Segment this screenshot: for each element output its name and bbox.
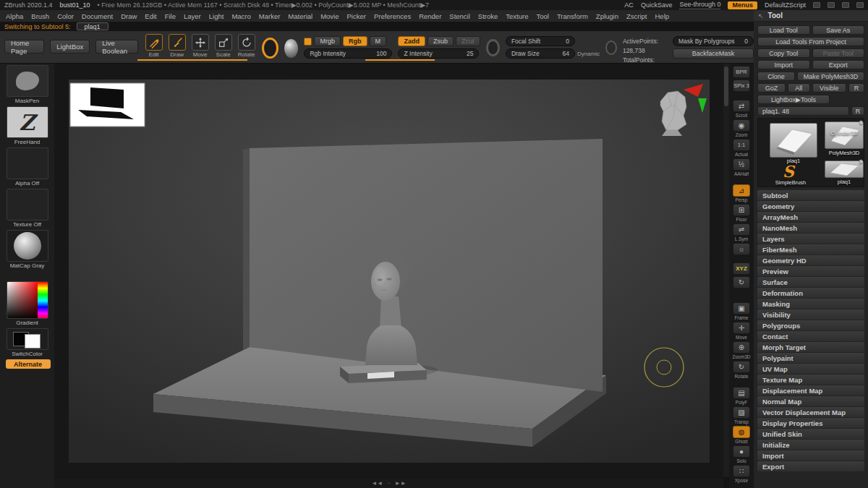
make-polymesh3d-button[interactable]: Make PolyMesh3D [797, 72, 864, 81]
rotate-mode-button[interactable]: Rotate [237, 34, 256, 58]
lsym-button[interactable]: ⇌L.Sym [733, 223, 750, 241]
move-3d-button[interactable]: ✛Move [733, 322, 750, 340]
save-as-button[interactable]: Save As [812, 25, 865, 35]
tool-section-polypaint[interactable]: Polypaint [757, 353, 864, 363]
actual-button[interactable]: 1:1Actual [733, 139, 750, 157]
tool-section-nanomesh[interactable]: NanoMesh [757, 223, 864, 233]
import-button[interactable]: Import [757, 60, 810, 69]
stroke-selector[interactable]: Z FreeHand [6, 106, 49, 145]
spix-slider[interactable]: SPix 3 [733, 80, 750, 92]
zadd-button[interactable]: Zadd [398, 36, 425, 46]
gradient-hue-strip[interactable] [38, 282, 48, 319]
tool-name-field[interactable]: plaq1. 48 [757, 106, 849, 116]
zoom-button[interactable]: ◉Zoom [733, 119, 750, 137]
goz-all-button[interactable]: All [788, 83, 809, 93]
mask-by-polygroups-slider[interactable]: Mask By Polygroups 0 [673, 36, 754, 46]
z-intensity-slider[interactable]: Z Intensity 25 [398, 48, 479, 59]
tool-section-arraymesh[interactable]: ArrayMesh [757, 212, 864, 222]
ac-button[interactable]: AC [624, 1, 634, 9]
menu-macro[interactable]: Macro [231, 12, 250, 20]
solo-button[interactable]: ●Solo [733, 445, 750, 463]
light-button[interactable]: ☼ [733, 243, 750, 261]
zoom-3d-button[interactable]: ⊕Zoom3D [733, 341, 751, 359]
paste-tool-button[interactable]: Paste Tool [812, 48, 865, 58]
brush-selector[interactable]: MaskPen [6, 65, 49, 104]
brush-stroke-ring-icon[interactable] [262, 38, 278, 59]
focal-shift-slider[interactable]: Focal Shift 0 [506, 36, 575, 46]
layout-icon[interactable] [813, 2, 820, 8]
tool-section-subtool[interactable]: Subtool [757, 190, 864, 200]
material-sphere-icon[interactable] [284, 39, 298, 58]
zcut-button[interactable]: Zcut [456, 36, 480, 46]
menu-brush[interactable]: Brush [31, 12, 49, 20]
primary-color-swatch[interactable] [25, 334, 41, 348]
scale-mode-button[interactable]: Scale [213, 34, 233, 58]
floor-button[interactable]: ⊞Floor [733, 204, 750, 222]
menu-zscript[interactable]: Zscript [626, 12, 647, 20]
scroll-left-icon[interactable]: ◄◄ [371, 480, 383, 487]
draw-mode-button[interactable]: Draw [167, 34, 187, 58]
menu-draw[interactable]: Draw [121, 12, 137, 20]
menu-edit[interactable]: Edit [145, 12, 156, 20]
zsub-button[interactable]: Zsub [427, 36, 454, 46]
xpose-button[interactable]: ∷Xpose [733, 465, 750, 483]
scroll-button[interactable]: ⇄Scroll [733, 100, 750, 118]
tool-section-normal-map[interactable]: Normal Map [757, 396, 864, 406]
material-selector[interactable]: MatCap Gray [6, 230, 49, 269]
draw-size-slider[interactable]: Draw Size 64 [506, 48, 575, 59]
tool-section-visibility[interactable]: Visibility [757, 309, 864, 320]
help-icon[interactable] [856, 2, 864, 8]
scroll-right-icon[interactable]: ►► [395, 480, 407, 487]
menu-zplugin[interactable]: Zplugin [596, 12, 618, 20]
tool-section-geometry[interactable]: Geometry [757, 201, 864, 211]
move-mode-button[interactable]: Move [190, 34, 210, 58]
menu-color[interactable]: Color [57, 12, 74, 20]
rgb-button[interactable]: Rgb [343, 36, 367, 46]
see-through-slider[interactable]: See-through 0 [679, 1, 720, 9]
menu-file[interactable]: File [165, 12, 176, 20]
goz-r-button[interactable]: R [848, 83, 864, 93]
switch-color[interactable]: SwitchColor [6, 328, 49, 357]
menu-help[interactable]: Help [655, 12, 670, 20]
alternate-toggle[interactable]: Alternate [6, 359, 49, 369]
dynamic-label[interactable]: Dynamic [577, 51, 600, 57]
lightbox-tools-button[interactable]: Lightbox▶Tools [757, 95, 830, 104]
goz-button[interactable]: GoZ [757, 83, 786, 93]
backface-mask-button[interactable]: BackfaceMask [673, 48, 754, 59]
menu-stencil[interactable]: Stencil [449, 12, 470, 20]
tool-section-unified-skin[interactable]: Unified Skin [757, 429, 864, 439]
menu-light[interactable]: Light [209, 12, 224, 20]
tool-section-uv-map[interactable]: UV Map [757, 364, 864, 374]
window-split-icon[interactable] [827, 2, 835, 8]
copy-tool-button[interactable]: Copy Tool [757, 48, 810, 58]
tool-section-deformation[interactable]: Deformation [757, 288, 864, 298]
lightbox-button[interactable]: LightBox [50, 40, 90, 53]
edit-mode-button[interactable]: Edit [144, 34, 163, 58]
tool-section-contact[interactable]: Contact [757, 331, 864, 341]
menu-render[interactable]: Render [419, 12, 441, 20]
load-tool-button[interactable]: Load Tool [757, 25, 810, 35]
menu-alpha[interactable]: Alpha [6, 12, 23, 20]
tool-section-layers[interactable]: Layers [757, 234, 864, 244]
bpr-button[interactable]: BPR [733, 66, 750, 78]
load-tools-from-project-button[interactable]: Load Tools From Project [757, 37, 864, 46]
color-swatch[interactable] [304, 38, 312, 46]
frame-button[interactable]: ▣Frame [733, 302, 750, 320]
menus-button[interactable]: Menus [728, 1, 757, 9]
viewport-canvas[interactable] [54, 64, 723, 477]
menu-stroke[interactable]: Stroke [478, 12, 498, 20]
export-button[interactable]: Export [812, 60, 865, 69]
tool-section-import[interactable]: Import [757, 450, 864, 461]
xyz-button[interactable]: XYZ [733, 262, 750, 275]
tool-palette-header[interactable]: ↖ Tool [754, 10, 868, 22]
vertical-scrollbar-thumb[interactable] [724, 67, 728, 106]
mrgb-button[interactable]: Mrgb [314, 36, 341, 46]
menu-material[interactable]: Material [288, 12, 312, 20]
dynamic-circle-icon[interactable] [605, 40, 617, 55]
tool-section-morph-target[interactable]: Morph Target [757, 342, 864, 352]
vertical-scrollbar[interactable] [723, 64, 729, 477]
stroke-circle-icon[interactable] [486, 39, 500, 56]
clone-button[interactable]: Clone [757, 72, 795, 81]
document-preview-thumbnail[interactable] [70, 83, 145, 127]
menu-texture[interactable]: Texture [506, 12, 528, 20]
